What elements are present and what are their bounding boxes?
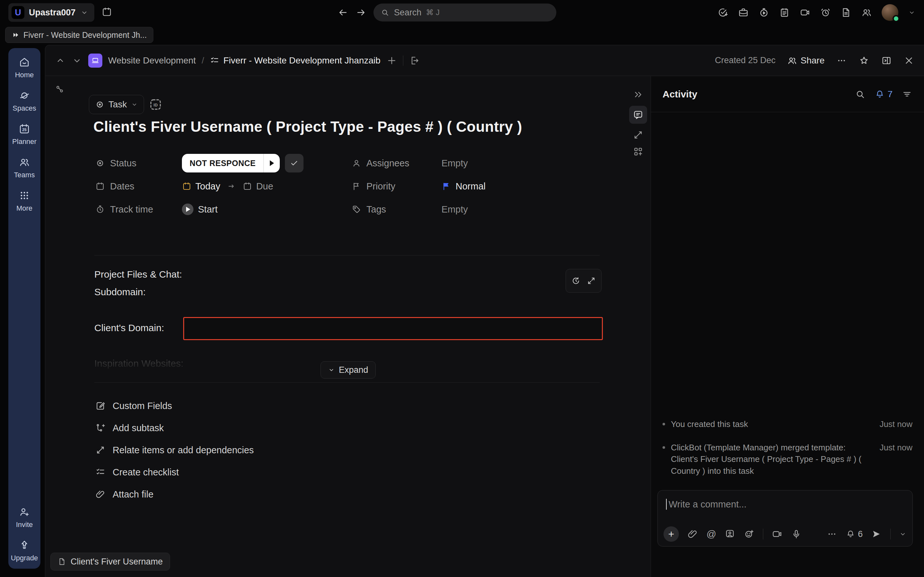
- open-in-new-icon[interactable]: [409, 55, 420, 66]
- workspace-switcher[interactable]: U Upastra007: [8, 3, 94, 22]
- favorite-star-icon[interactable]: [859, 55, 869, 66]
- comment-more-icon[interactable]: [827, 529, 837, 540]
- back-arrow-icon[interactable]: [338, 7, 349, 18]
- client-domain-input[interactable]: [183, 317, 603, 340]
- workload-icon[interactable]: [738, 7, 749, 18]
- notifications-button[interactable]: 7: [875, 89, 893, 99]
- sidebar-item-planner[interactable]: Planner: [12, 123, 37, 146]
- task-id-icon[interactable]: [149, 97, 163, 113]
- share-button[interactable]: Share: [787, 55, 825, 66]
- close-icon[interactable]: [903, 55, 914, 66]
- copy-link-icon[interactable]: [55, 84, 65, 95]
- time-tracking-icon[interactable]: [758, 7, 769, 18]
- apps-add-icon[interactable]: [633, 146, 644, 157]
- tags-value[interactable]: Empty: [441, 204, 468, 215]
- docs-icon[interactable]: [841, 7, 851, 18]
- task-type-selector[interactable]: Task: [89, 95, 144, 114]
- sidebar-item-invite[interactable]: Invite: [16, 506, 33, 529]
- mention-icon[interactable]: @: [706, 529, 716, 540]
- collapse-panel-icon[interactable]: [633, 89, 644, 100]
- add-attachment-button[interactable]: +: [664, 526, 679, 542]
- emoji-icon[interactable]: [744, 529, 754, 540]
- start-timer-button[interactable]: Start: [182, 203, 218, 215]
- add-subtask-button[interactable]: Add subtask: [95, 421, 254, 435]
- comment-toolbar: + @ 6: [664, 526, 907, 542]
- description-line-2[interactable]: Subdomain:: [94, 287, 145, 298]
- sidebar-item-more[interactable]: More: [16, 190, 32, 213]
- priority-value[interactable]: Normal: [441, 181, 485, 192]
- comments-tab-icon[interactable]: [629, 106, 647, 124]
- more-options-icon[interactable]: [836, 55, 847, 66]
- create-checklist-button[interactable]: Create checklist: [95, 465, 254, 480]
- contacts-icon[interactable]: [861, 7, 872, 18]
- task-title[interactable]: Client's Fiver Username ( Project Type -…: [94, 118, 613, 135]
- due-date-value[interactable]: Due: [242, 181, 273, 192]
- sidebar-item-upgrade[interactable]: Upgrade: [11, 540, 38, 562]
- avatar-chevron-icon[interactable]: [908, 9, 916, 16]
- breadcrumb-space[interactable]: Website Development: [108, 55, 196, 66]
- forward-arrow-icon[interactable]: [355, 7, 367, 18]
- activity-entry-time: Just now: [879, 418, 913, 430]
- assign-comment-icon[interactable]: [724, 529, 735, 540]
- client-domain-label[interactable]: Client's Domain:: [94, 322, 164, 334]
- record-clip-icon[interactable]: [772, 529, 782, 540]
- activity-search-icon[interactable]: [855, 89, 866, 100]
- attach-file-button[interactable]: Attach file: [95, 487, 254, 502]
- workspace-name: Upastra007: [29, 8, 76, 18]
- breadcrumb-task[interactable]: Fiverr - Website Development Jhanzaib: [210, 55, 381, 66]
- field-row-dates: Dates Today Due: [95, 177, 273, 196]
- tag-icon: [352, 205, 361, 214]
- voice-clip-icon[interactable]: [791, 529, 802, 540]
- add-task-icon[interactable]: [717, 7, 728, 18]
- send-comment-icon[interactable]: [871, 529, 882, 540]
- sidebar-item-home[interactable]: Home: [15, 56, 34, 79]
- reminders-icon[interactable]: [820, 7, 831, 18]
- open-doc-pill[interactable]: Client's Fiver Username: [50, 553, 170, 571]
- prev-task-icon[interactable]: [55, 55, 66, 66]
- divider: [890, 529, 891, 540]
- avatar[interactable]: [882, 4, 898, 21]
- toggle-sidebar-icon[interactable]: [881, 55, 892, 66]
- created-date: Created 25 Dec: [715, 55, 775, 65]
- assignees-value[interactable]: Empty: [441, 158, 468, 169]
- relate-items-button[interactable]: Relate items or add dependencies: [95, 443, 254, 458]
- tab-task[interactable]: Fiverr - Website Development Jh...: [5, 27, 153, 43]
- add-tab-icon[interactable]: [386, 55, 397, 66]
- description-line-1[interactable]: Project Files & Chat:: [94, 269, 182, 280]
- bell-icon: [875, 89, 885, 99]
- fast-forward-icon: [12, 31, 19, 39]
- notepad-icon[interactable]: [779, 7, 790, 18]
- space-avatar[interactable]: [88, 53, 102, 68]
- clip-record-icon[interactable]: [800, 7, 811, 18]
- status-value[interactable]: NOT RESPONCE: [182, 154, 280, 172]
- custom-fields-button[interactable]: Custom Fields: [95, 398, 254, 413]
- relationships-tab-icon[interactable]: [633, 129, 644, 140]
- paperclip-icon: [95, 489, 105, 500]
- send-options-chevron-icon[interactable]: [899, 530, 907, 538]
- sidebar-item-spaces[interactable]: Spaces: [13, 90, 36, 113]
- invite-icon: [19, 506, 30, 518]
- history-icon[interactable]: [571, 276, 581, 285]
- sidebar-item-teams[interactable]: Teams: [14, 156, 35, 179]
- activity-entry-text: You created this task: [671, 418, 868, 430]
- next-task-icon[interactable]: [71, 55, 82, 66]
- activity-filter-icon[interactable]: [901, 89, 913, 100]
- tab-label: Fiverr - Website Development Jh...: [23, 31, 147, 40]
- attach-icon[interactable]: [687, 529, 698, 540]
- expand-description-button[interactable]: Expand: [320, 361, 376, 379]
- task-content: Task Client's Fiver Username ( Project T…: [45, 76, 626, 577]
- teams-icon: [19, 156, 30, 168]
- watchers-button[interactable]: 6: [846, 529, 863, 539]
- start-date-value[interactable]: Today: [195, 181, 220, 192]
- priority-icon: [352, 181, 361, 191]
- complete-task-button[interactable]: [285, 154, 304, 172]
- activity-feed[interactable]: You created this task Just now ClickBot …: [651, 112, 924, 490]
- comment-composer[interactable]: Write a comment... + @ 6: [657, 490, 913, 546]
- search-input[interactable]: Search ⌘ J: [373, 3, 556, 21]
- next-status-arrow[interactable]: [264, 160, 280, 166]
- sidebar-label: Home: [15, 71, 34, 79]
- task-header: Website Development / Fiverr - Website D…: [45, 45, 924, 76]
- workspace-logo: U: [11, 6, 24, 19]
- expand-fullscreen-icon[interactable]: [586, 276, 596, 285]
- calendar-icon[interactable]: [102, 6, 112, 19]
